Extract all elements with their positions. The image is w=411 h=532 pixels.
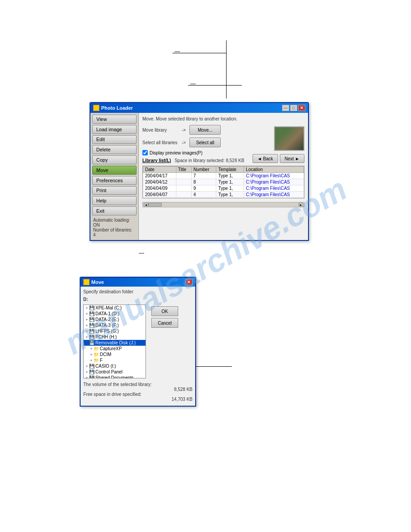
tree-item[interactable]: +💾Shared Documents — [84, 375, 146, 378]
display-preview-checkbox[interactable] — [142, 150, 148, 155]
sidebar-item-preferences[interactable]: Preferences — [92, 176, 137, 185]
tree-item[interactable]: +💾DATA-3 (F:) — [84, 322, 146, 328]
cell-title — [176, 179, 191, 185]
sidebar-item-copy[interactable]: Copy — [92, 155, 137, 164]
tree-item[interactable]: +📁DCIM — [84, 352, 146, 357]
dialog-body: Specify destination folder D: +💾XPE-Mal … — [81, 287, 195, 404]
tree-item-label: DATA-2 (E:) — [95, 317, 119, 322]
table-row[interactable]: 2004/04/074Type 1,C:\Program Files\CAS — [143, 192, 304, 198]
move-dialog-icon — [83, 279, 90, 285]
cell-location: C:\Program Files\CAS — [244, 192, 304, 198]
display-preview-label: Display preview images(P) — [150, 150, 202, 155]
sidebar-item-load-image[interactable]: Load image — [92, 125, 137, 134]
sidebar-item-help[interactable]: Help — [92, 196, 137, 205]
folder-icon: 💾 — [89, 323, 94, 328]
cell-template: Type 1, — [216, 192, 244, 198]
tree-item[interactable]: +📁F — [84, 357, 146, 363]
sidebar-item-move[interactable]: Move — [92, 166, 137, 175]
tree-item[interactable]: +💾PCHH (H:) — [84, 334, 146, 340]
tree-item-label: DATA-3 (F:) — [95, 323, 119, 328]
tree-item-label: DCIM — [100, 352, 111, 357]
folder-icon: 💾 — [89, 364, 94, 369]
tree-item[interactable]: +💾DATA-2 (E:) — [84, 317, 146, 322]
move-button[interactable]: Move... — [189, 125, 221, 135]
col-title: Title — [176, 167, 191, 173]
move-dialog-title: Move — [83, 279, 104, 285]
folder-icon: 💾 — [89, 329, 94, 334]
sidebar-item-view[interactable]: View — [92, 115, 137, 124]
cell-location: C:\Program Files\CAS — [244, 173, 304, 179]
tree-item-label: CaptureXP — [100, 346, 122, 351]
free-space-label: Free space in drive specified: — [83, 392, 193, 397]
preview-image — [275, 127, 304, 150]
col-number: Number — [191, 167, 216, 173]
tree-item[interactable]: +💾DATA-1 (D:) — [84, 311, 146, 317]
sidebar-item-exit[interactable]: Exit — [92, 206, 137, 215]
close-button[interactable]: ✕ — [298, 105, 305, 111]
drive-label: D: — [83, 297, 193, 302]
cell-number: 4 — [191, 192, 216, 198]
app-icon — [93, 105, 99, 111]
move-dialog: Move ✕ Specify destination folder D: +💾X… — [80, 277, 196, 407]
photo-loader-window: Photo Loader — □ ✕ View Load image Edit … — [90, 102, 309, 241]
tree-item-label: PCHH (H:) — [95, 335, 117, 339]
maximize-button[interactable]: □ — [290, 105, 297, 111]
tree-item[interactable]: +💾CASIO (I:) — [84, 363, 146, 369]
folder-icon: 💾 — [89, 340, 94, 345]
ok-button[interactable]: OK — [151, 306, 178, 316]
folder-icon: 💾 — [89, 369, 94, 374]
next-button[interactable]: Next ► — [280, 154, 304, 163]
sidebar-item-edit[interactable]: Edit — [92, 135, 137, 144]
cell-number: 9 — [191, 185, 216, 192]
folder-icon: 💾 — [89, 335, 94, 339]
tree-item[interactable]: +💾XPE-Mal (C:) — [84, 305, 146, 311]
tree-item[interactable]: □💾Removable Disk (J:) — [84, 340, 146, 346]
volume-value: 8,528 KB — [83, 387, 193, 392]
table-row[interactable]: 2004/04/177Type 1,C:\Program Files\CAS — [143, 173, 304, 179]
folder-icon: 💾 — [89, 311, 94, 316]
instruction-text: Move. Move selected library to another l… — [142, 116, 304, 121]
col-template: Template — [216, 167, 244, 173]
folder-tree[interactable]: +💾XPE-Mal (C:)+💾DATA-1 (D:)+💾DATA-2 (E:)… — [83, 305, 146, 378]
minimize-button[interactable]: — — [282, 105, 289, 111]
annotation-line-v-1 — [226, 40, 227, 99]
select-arrow: -> — [182, 140, 186, 145]
annotation-line-dialog — [196, 366, 232, 367]
scroll-right[interactable]: ► — [299, 203, 303, 206]
tree-item[interactable]: +📁CaptureXP — [84, 346, 146, 352]
annotation-line-2 — [188, 85, 242, 86]
cell-number: 7 — [191, 173, 216, 179]
move-library-label: Move library — [142, 128, 178, 133]
sidebar-item-delete[interactable]: Delete — [92, 145, 137, 154]
cell-template: Type 1, — [216, 173, 244, 179]
horizontal-scrollbar[interactable]: ◄ ► — [142, 202, 304, 207]
volume-label: The volume of the selected library: — [83, 382, 193, 387]
tree-item[interactable]: +💾Control Panel — [84, 369, 146, 375]
select-all-button[interactable]: Select all — [189, 137, 221, 147]
table-row[interactable]: 2004/04/128Type 1,C:\Program Files\CAS — [143, 179, 304, 185]
sidebar-status: Automatic loading: ON Number of librarie… — [92, 217, 137, 238]
cell-date: 2004/04/12 — [143, 179, 176, 185]
tree-item[interactable]: +💾LHFPS (G:) — [84, 328, 146, 334]
cell-title — [176, 192, 191, 198]
folder-icon: 📁 — [94, 352, 99, 357]
move-arrow: -> — [182, 128, 186, 133]
sidebar-item-print[interactable]: Print — [92, 186, 137, 195]
scroll-left[interactable]: ◄ — [144, 203, 148, 206]
tree-item-label: Removable Disk (J:) — [95, 340, 136, 345]
table-row[interactable]: 2004/04/099Type 1,C:\Program Files\CAS — [143, 185, 304, 192]
tree-item-label: Shared Documents — [95, 375, 134, 378]
folder-icon: 💾 — [89, 375, 94, 378]
col-location: Location — [244, 167, 304, 173]
cell-template: Type 1, — [216, 179, 244, 185]
main-content: Move. Move selected library to another l… — [139, 113, 308, 240]
scroll-thumb[interactable] — [148, 203, 162, 206]
move-dialog-close[interactable]: ✕ — [185, 279, 193, 285]
photo-loader-titlebar: Photo Loader — □ ✕ — [90, 103, 308, 113]
free-space-value: 14,703 KB — [83, 397, 193, 402]
tree-item-label: F — [100, 358, 103, 363]
library-list-label: Library list(L) — [142, 158, 171, 163]
cancel-button[interactable]: Cancel — [151, 318, 178, 328]
watermark: manualsarchive.com — [0, 0, 411, 532]
back-button[interactable]: ◄ Back — [253, 154, 278, 163]
